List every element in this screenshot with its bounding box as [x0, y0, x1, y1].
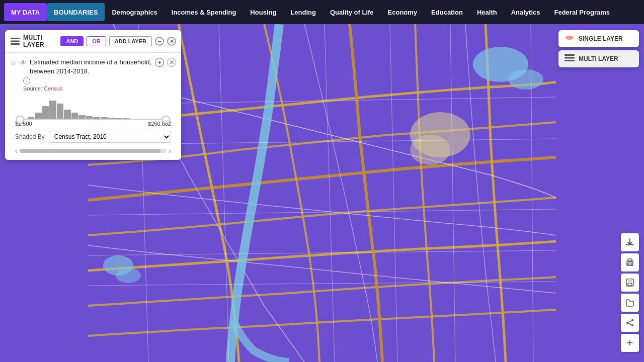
download-icon: [625, 238, 634, 247]
share-button[interactable]: [621, 314, 639, 332]
nav-federal-programs[interactable]: Federal Programs: [547, 3, 617, 21]
folder-button[interactable]: [621, 294, 639, 312]
svg-line-12: [219, 24, 229, 362]
zoom-plus-button[interactable]: +: [621, 334, 639, 352]
svg-line-13: [325, 24, 335, 362]
svg-rect-28: [628, 279, 632, 282]
svg-rect-17: [11, 38, 20, 39]
svg-rect-18: [11, 41, 20, 42]
svg-line-33: [628, 321, 631, 322]
nav-housing[interactable]: Housing: [243, 3, 283, 21]
add-to-layer-button[interactable]: +: [155, 58, 164, 67]
svg-point-31: [631, 319, 633, 321]
nav-my-data[interactable]: MY DATA: [4, 3, 47, 21]
nav-health[interactable]: Health: [470, 3, 504, 21]
multi-layer-header: MULTI LAYER AND OR ADD LAYER − ✕: [5, 30, 181, 53]
slider-line: [20, 119, 166, 120]
multi-layer-option-icon: [565, 54, 575, 63]
multi-layer-title: MULTI LAYER: [23, 34, 57, 48]
info-icon[interactable]: i: [23, 77, 30, 84]
svg-point-20: [566, 36, 574, 40]
left-panel: MULTI LAYER AND OR ADD LAYER − ✕ ☆ 👁 Est…: [5, 30, 181, 160]
histogram-bars: [20, 100, 166, 120]
histogram-container: $2,500 $250,002: [15, 96, 171, 127]
single-layer-option[interactable]: SINGLE LAYER: [558, 30, 639, 47]
layer-title: Estimated median income of a household, …: [30, 58, 152, 75]
print-button[interactable]: [621, 253, 639, 272]
info-row: i: [23, 77, 176, 84]
download-button[interactable]: [621, 233, 639, 251]
multi-layer-option[interactable]: MULTI LAYER: [558, 50, 639, 67]
svg-rect-26: [628, 263, 632, 265]
remove-layer-button[interactable]: ✕: [167, 58, 176, 67]
slider-thumb-left[interactable]: [16, 116, 24, 124]
slider-thumb-right[interactable]: [162, 116, 170, 124]
svg-line-15: [450, 24, 455, 362]
svg-point-5: [410, 135, 450, 165]
or-button[interactable]: OR: [87, 36, 106, 46]
panel-scrollbar-thumb: [20, 149, 160, 153]
single-layer-icon: [565, 34, 575, 43]
panel-scrollbar[interactable]: [20, 149, 167, 153]
layer-item: ☆ 👁 Estimated median income of a househo…: [5, 53, 181, 147]
top-nav: MY DATA BOUNDARIES Demographics Incomes …: [0, 0, 644, 24]
zoom-plus-icon: +: [627, 336, 633, 349]
multi-layer-option-label: MULTI LAYER: [579, 55, 618, 62]
and-button[interactable]: AND: [60, 36, 84, 46]
nav-boundaries[interactable]: BOUNDARIES: [47, 3, 105, 21]
multi-layer-icon: [10, 36, 20, 46]
scroll-right-button[interactable]: ›: [169, 147, 171, 155]
minus-button[interactable]: −: [155, 37, 164, 46]
svg-point-3: [116, 268, 141, 283]
source-text: Source: Census: [23, 85, 176, 92]
nav-incomes-spending[interactable]: Incomes & Spending: [165, 3, 244, 21]
svg-point-30: [626, 322, 628, 324]
save-icon: [625, 278, 634, 287]
nav-education[interactable]: Education: [424, 3, 470, 21]
svg-point-32: [631, 324, 633, 326]
nav-demographics[interactable]: Demographics: [105, 3, 164, 21]
folder-icon: [625, 298, 634, 307]
scroll-left-button[interactable]: ‹: [15, 147, 18, 155]
slider-track[interactable]: [15, 96, 171, 120]
shaded-by-label: Shaded By: [15, 133, 45, 140]
svg-line-10: [88, 282, 556, 286]
right-tools: [621, 233, 639, 332]
nav-quality-of-life[interactable]: Quality of Life: [323, 3, 381, 21]
print-icon: [625, 258, 634, 267]
svg-line-14: [390, 24, 397, 362]
add-layer-button[interactable]: ADD LAYER: [109, 36, 152, 46]
close-panel-button[interactable]: ✕: [167, 37, 176, 46]
svg-rect-25: [628, 259, 632, 261]
svg-rect-29: [628, 283, 632, 286]
share-icon: [625, 318, 634, 327]
svg-rect-22: [565, 57, 575, 59]
shaded-by-select[interactable]: Census Tract, 2010: [49, 131, 171, 143]
svg-rect-23: [565, 60, 575, 61]
svg-line-34: [628, 323, 631, 325]
census-link[interactable]: Census: [44, 85, 62, 92]
right-panel: SINGLE LAYER MULTI LAYER: [558, 30, 639, 67]
save-button[interactable]: [621, 274, 639, 292]
eye-icon[interactable]: 👁: [20, 59, 27, 67]
single-layer-label: SINGLE LAYER: [579, 35, 623, 42]
range-labels: $2,500 $250,002: [15, 121, 171, 127]
layer-item-header: ☆ 👁 Estimated median income of a househo…: [10, 58, 176, 75]
nav-economy[interactable]: Economy: [381, 3, 425, 21]
panel-scroll-row: ‹ ›: [5, 147, 181, 157]
nav-analytics[interactable]: Analytics: [504, 3, 547, 21]
svg-point-1: [508, 69, 543, 89]
nav-lending[interactable]: Lending: [283, 3, 323, 21]
svg-rect-21: [565, 54, 575, 56]
svg-rect-19: [11, 43, 20, 45]
shaded-by-row: Shaded By Census Tract, 2010: [10, 127, 176, 145]
star-icon[interactable]: ☆: [10, 59, 17, 67]
